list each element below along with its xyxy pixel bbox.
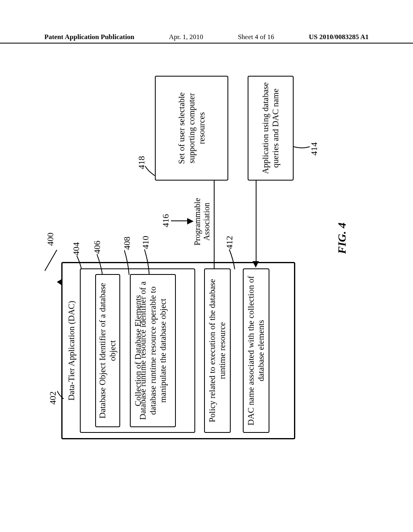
- ref-412: 412: [224, 236, 235, 249]
- runtime-box: Database runtime resource identifier of …: [130, 274, 176, 427]
- figure-caption: FIG. 4: [336, 222, 348, 254]
- leader-410: [144, 248, 150, 275]
- leader-404: [77, 255, 82, 269]
- leader-400: [44, 250, 57, 271]
- figure-area: 400 Data-Tier Application (DAC) 402 Coll…: [45, 73, 368, 451]
- application-label: Application using database queries and D…: [261, 80, 281, 177]
- arrow-app-to-dacname: [252, 261, 259, 268]
- ref-404: 404: [71, 242, 81, 256]
- ref-414: 414: [309, 142, 319, 156]
- ref-410: 410: [140, 236, 151, 249]
- supporting-box: Set of user selectable supporting comput…: [155, 76, 228, 181]
- supporting-label: Set of user selectable supporting comput…: [177, 80, 207, 177]
- dac-title: Data-Tier Application (DAC): [67, 266, 77, 435]
- sheet-number: Sheet 4 of 16: [238, 33, 274, 41]
- leader-408: [124, 249, 130, 275]
- arrow-416: [187, 218, 194, 224]
- policy-label: Policy related to execution of the datab…: [207, 272, 227, 429]
- connector-app-to-dacname: [256, 180, 257, 262]
- connector-policy-to-supporting: [214, 180, 215, 268]
- application-box: Application using database queries and D…: [248, 76, 294, 181]
- leader-418: [145, 164, 156, 176]
- leader-406: [97, 253, 103, 275]
- assoc-label: Programmable Association: [193, 189, 211, 254]
- publication-number: US 2010/0083285 A1: [309, 33, 369, 41]
- object-id-label: Database Object Identifier of a database…: [98, 278, 118, 423]
- dac-name-box: DAC name associated with the collection …: [243, 268, 269, 433]
- policy-box: Policy related to execution of the datab…: [204, 268, 231, 433]
- diagram: 400 Data-Tier Application (DAC) 402 Coll…: [45, 73, 368, 451]
- runtime-label: Database runtime resource identifier of …: [138, 278, 168, 423]
- leader-416: [171, 220, 188, 221]
- dac-name-label: DAC name associated with the collection …: [246, 272, 266, 429]
- leader-402: [57, 387, 65, 399]
- leader-414: [294, 142, 310, 149]
- object-id-box: Database Object Identifier of a database…: [95, 274, 120, 427]
- assoc-line2: Association: [202, 189, 211, 254]
- publication-label: Patent Application Publication: [44, 33, 134, 41]
- assoc-line1: Programmable: [193, 189, 202, 254]
- ref-402: 402: [48, 391, 58, 405]
- ref-406: 406: [92, 241, 102, 254]
- ref-416: 416: [161, 214, 171, 227]
- leader-412: [229, 248, 236, 269]
- ref-400: 400: [45, 233, 56, 246]
- ref-408: 408: [122, 237, 132, 250]
- page-header: Patent Application Publication Apr. 1, 2…: [0, 33, 413, 44]
- publication-date: Apr. 1, 2010: [169, 33, 203, 41]
